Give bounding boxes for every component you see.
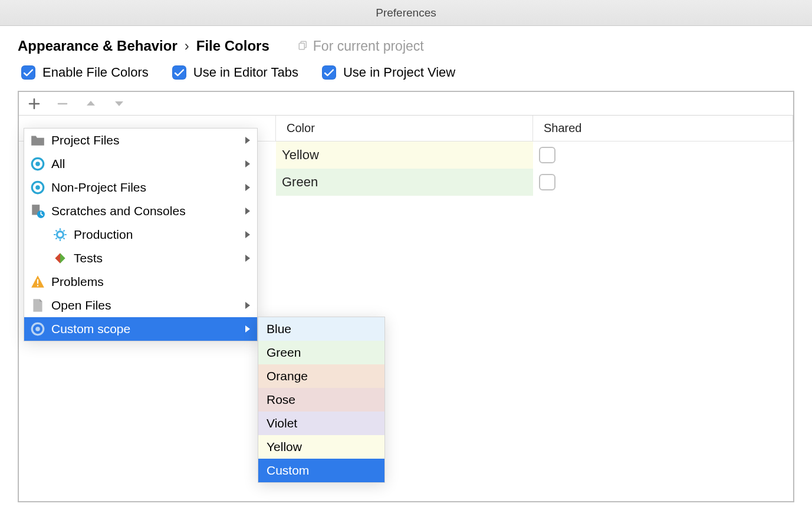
menu-item-all[interactable]: All xyxy=(24,152,257,176)
table-header-color: Color xyxy=(276,116,533,141)
shared-checkbox[interactable] xyxy=(539,147,555,163)
project-scope-label: For current project xyxy=(298,38,424,54)
color-option-label: Violet xyxy=(267,416,297,430)
remove-button[interactable] xyxy=(54,96,71,112)
window-title: Preferences xyxy=(376,6,436,19)
menu-item-open-files[interactable]: Open Files xyxy=(24,294,257,317)
table-toolbar xyxy=(19,92,793,116)
scope-context-menu: Project Files All Non-Project Files Scra… xyxy=(24,128,258,341)
color-option-label: Blue xyxy=(267,322,291,336)
production-icon xyxy=(52,227,68,242)
chevron-right-icon xyxy=(245,184,250,191)
chevron-right-icon xyxy=(245,137,250,144)
breadcrumb-current: File Colors xyxy=(196,38,269,54)
menu-item-production[interactable]: Production xyxy=(24,223,257,246)
checkbox-enable-file-colors[interactable]: Enable File Colors xyxy=(21,65,149,80)
chevron-right-icon xyxy=(245,325,250,333)
checkbox-box xyxy=(322,65,336,80)
color-option-violet[interactable]: Violet xyxy=(258,412,384,435)
menu-item-label: Custom scope xyxy=(51,322,239,336)
header-row: Appearance & Behavior › File Colors For … xyxy=(0,26,812,65)
checkbox-label: Enable File Colors xyxy=(42,65,149,80)
add-button[interactable] xyxy=(26,96,42,112)
svg-rect-1 xyxy=(299,43,304,50)
table-cell-shared xyxy=(533,169,793,196)
checkbox-editor-tabs[interactable]: Use in Editor Tabs xyxy=(172,65,298,80)
checkbox-project-view[interactable]: Use in Project View xyxy=(322,65,455,80)
svg-rect-9 xyxy=(37,279,38,284)
color-option-label: Custom xyxy=(267,463,309,478)
warning-icon xyxy=(30,274,45,289)
checkbox-label: Use in Project View xyxy=(343,65,455,80)
color-option-orange[interactable]: Orange xyxy=(258,364,384,388)
table-cell-shared xyxy=(533,141,793,169)
tests-icon xyxy=(52,251,68,266)
menu-item-project-files[interactable]: Project Files xyxy=(24,129,257,152)
chevron-right-icon xyxy=(245,302,250,309)
copy-icon xyxy=(298,38,308,54)
svg-point-12 xyxy=(35,327,40,331)
table-header-shared: Shared xyxy=(533,116,793,141)
table-cell-color: Yellow xyxy=(276,141,533,169)
move-up-button[interactable] xyxy=(83,96,99,112)
shared-checkbox[interactable] xyxy=(539,174,555,190)
breadcrumb-parent[interactable]: Appearance & Behavior xyxy=(18,38,177,54)
color-option-custom[interactable]: Custom xyxy=(258,459,384,482)
breadcrumb: Appearance & Behavior › File Colors xyxy=(18,38,269,54)
chevron-right-icon xyxy=(245,208,250,215)
menu-item-label: Project Files xyxy=(51,133,239,147)
menu-item-label: Tests xyxy=(74,251,239,265)
scope-icon xyxy=(30,180,45,195)
menu-item-problems[interactable]: Problems xyxy=(24,270,257,294)
svg-rect-10 xyxy=(37,285,38,286)
menu-item-label: Non-Project Files xyxy=(51,180,239,195)
menu-item-label: Scratches and Consoles xyxy=(51,204,239,218)
scope-icon xyxy=(30,156,45,172)
menu-item-scratches[interactable]: Scratches and Consoles xyxy=(24,199,257,223)
color-option-label: Green xyxy=(267,345,301,360)
project-scope-text: For current project xyxy=(313,38,424,54)
menu-item-label: Open Files xyxy=(51,298,239,312)
color-option-yellow[interactable]: Yellow xyxy=(258,435,384,459)
chevron-right-icon xyxy=(245,255,250,262)
move-down-button[interactable] xyxy=(111,96,127,112)
chevron-right-icon xyxy=(245,231,250,238)
checkbox-box xyxy=(172,65,186,80)
color-option-blue[interactable]: Blue xyxy=(258,317,384,341)
menu-item-label: Production xyxy=(74,228,239,242)
svg-point-8 xyxy=(57,232,64,238)
color-option-rose[interactable]: Rose xyxy=(258,388,384,412)
checkbox-box xyxy=(21,65,35,80)
color-option-label: Yellow xyxy=(267,440,302,454)
menu-item-label: Problems xyxy=(51,275,251,289)
color-option-label: Rose xyxy=(267,393,295,407)
menu-item-custom-scope[interactable]: Custom scope xyxy=(24,317,257,341)
menu-item-tests[interactable]: Tests xyxy=(24,246,257,270)
checkbox-row: Enable File Colors Use in Editor Tabs Us… xyxy=(0,65,812,91)
checkbox-label: Use in Editor Tabs xyxy=(193,65,298,80)
color-option-label: Orange xyxy=(267,369,308,383)
svg-point-5 xyxy=(35,185,40,190)
scope-icon xyxy=(30,321,45,337)
file-icon xyxy=(30,298,45,313)
window-titlebar: Preferences xyxy=(0,0,812,26)
menu-item-non-project-files[interactable]: Non-Project Files xyxy=(24,176,257,199)
menu-item-label: All xyxy=(51,157,239,171)
table-cell-color: Green xyxy=(276,169,533,196)
svg-point-3 xyxy=(35,162,40,166)
color-submenu: Blue Green Orange Rose Violet Yellow Cus… xyxy=(258,317,385,483)
breadcrumb-separator: › xyxy=(185,38,189,54)
chevron-right-icon xyxy=(245,160,250,167)
folder-icon xyxy=(30,133,45,148)
color-option-green[interactable]: Green xyxy=(258,341,384,364)
scratches-icon xyxy=(30,203,45,219)
